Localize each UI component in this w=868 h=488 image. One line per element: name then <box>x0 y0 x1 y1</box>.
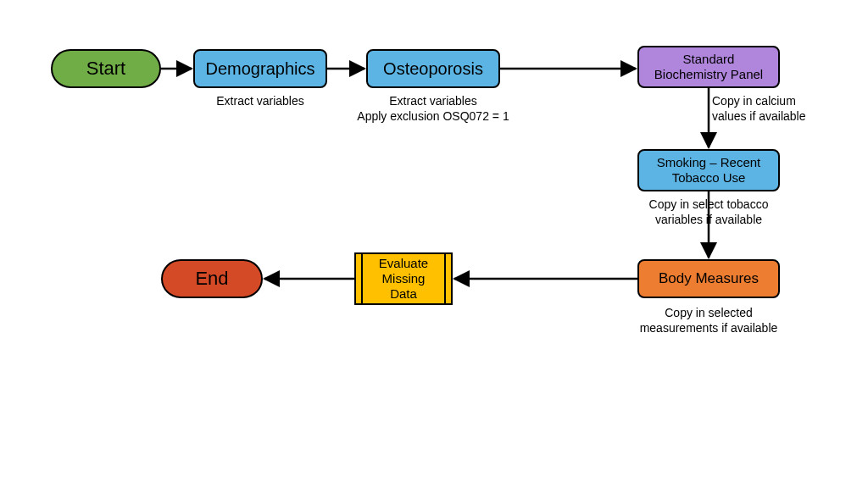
body-caption: Copy in selected measurements if availab… <box>627 305 790 336</box>
biochem-node: Standard Biochemistry Panel <box>637 46 780 88</box>
smoking-node: Smoking – Recent Tobacco Use <box>637 149 780 191</box>
biochem-label: Standard Biochemistry Panel <box>654 52 763 82</box>
osteoporosis-node: Osteoporosis <box>366 49 500 88</box>
start-node: Start <box>51 49 161 88</box>
start-label: Start <box>86 58 125 80</box>
end-label: End <box>195 268 228 290</box>
osteoporosis-label: Osteoporosis <box>383 59 483 79</box>
body-label: Body Measures <box>659 270 759 287</box>
body-node: Body Measures <box>637 259 780 298</box>
end-node: End <box>161 259 263 298</box>
demographics-label: Demographics <box>206 59 315 79</box>
evaluate-label: Evaluate Missing Data <box>379 256 428 302</box>
smoking-caption: Copy in select tobacco variables if avai… <box>627 197 790 227</box>
osteoporosis-caption: Extract variables Apply exclusion OSQ072… <box>349 93 517 124</box>
demographics-caption: Extract variables <box>193 93 327 108</box>
evaluate-node: Evaluate Missing Data <box>354 252 453 305</box>
demographics-node: Demographics <box>193 49 327 88</box>
smoking-label: Smoking – Recent Tobacco Use <box>657 155 761 186</box>
biochem-caption: Copy in calcium values if available <box>712 93 831 124</box>
